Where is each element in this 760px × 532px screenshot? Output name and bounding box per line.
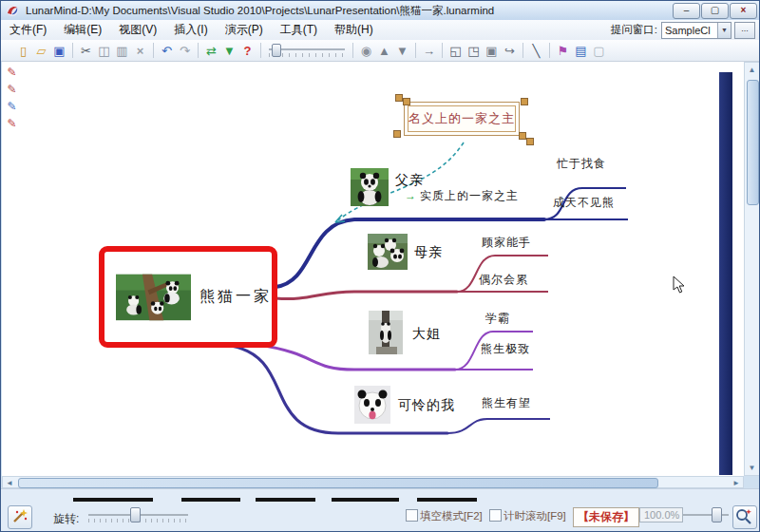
leaf-label[interactable]: 顾家能手 (482, 235, 531, 251)
menu-help[interactable]: 帮助(H) (326, 20, 382, 40)
jump-to-icon[interactable]: → (420, 42, 438, 60)
magnifier-button[interactable] (732, 505, 757, 529)
cut-icon[interactable]: ✂ (77, 42, 95, 60)
father-note[interactable]: →实质上的一家之主 (405, 188, 519, 204)
sister-panda-photo (369, 311, 403, 354)
menu-insert[interactable]: 插入(I) (165, 20, 216, 40)
new-file-icon[interactable]: ▯ (14, 42, 32, 60)
menu-edit[interactable]: 编辑(E) (55, 20, 110, 40)
selection-handle[interactable] (521, 98, 528, 105)
draw-line-icon[interactable]: ╲ (527, 42, 545, 60)
help-icon[interactable]: ? (238, 42, 256, 60)
slider-thumb[interactable] (130, 507, 141, 522)
bottom-toolbar: 旋转: 填空模式[F2] 计时滚动[F9] 【未保存】 100.0% (1, 504, 760, 532)
vertical-scroll-thumb[interactable] (747, 80, 759, 205)
scroll-right-icon[interactable]: ► (732, 479, 740, 487)
prompt-window-value: SampleCl (662, 25, 717, 36)
timed-scroll-label[interactable]: 计时滚动[F9] (504, 509, 566, 523)
selection-handle[interactable] (519, 132, 526, 140)
leaf-label[interactable]: 成天不见熊 (553, 195, 615, 211)
fill-mode-label[interactable]: 填空模式[F2] (420, 509, 483, 523)
leaf-label[interactable]: 偶尔会累 (479, 272, 528, 288)
undo-icon[interactable]: ↶ (158, 42, 176, 60)
rotate-slider[interactable] (88, 507, 188, 524)
selection-handle[interactable] (393, 130, 401, 138)
fill-shape-icon[interactable]: ▣ (483, 42, 501, 60)
toolbar-separator (153, 43, 154, 58)
rotate-label: 旋转: (53, 511, 79, 527)
father-panda-photo (351, 168, 389, 206)
branch-label-father[interactable]: 父亲 (395, 172, 424, 189)
chevron-down-icon[interactable]: ▼ (717, 23, 731, 38)
browse-more-button[interactable]: ... (734, 22, 755, 39)
toolbar-separator (415, 43, 416, 58)
panda-family-photo (116, 273, 191, 322)
toolbar-separator (72, 43, 73, 58)
open-folder-icon[interactable]: ▱ (32, 42, 50, 60)
menu-tools[interactable]: 工具(T) (272, 20, 326, 40)
horizontal-scrollbar[interactable]: ◄ ► (2, 476, 744, 488)
scroll-up-icon[interactable]: ▲ (745, 66, 759, 74)
convert-icon[interactable]: ⇄ (202, 42, 220, 60)
scroll-down-icon[interactable]: ▼ (745, 464, 759, 472)
branch-label-mother[interactable]: 母亲 (414, 244, 443, 261)
me-panda-photo (354, 386, 390, 424)
selection-handle[interactable] (526, 138, 534, 145)
branch-label-me[interactable]: 可怜的我 (398, 397, 455, 414)
filter-icon[interactable]: ▼ (220, 42, 238, 60)
horizontal-scroll-thumb[interactable] (18, 478, 658, 488)
close-button[interactable]: × (730, 3, 757, 19)
notes-panel-icon[interactable]: ▤ (572, 42, 590, 60)
prompt-window-select[interactable]: SampleCl ▼ (661, 22, 732, 39)
menu-view[interactable]: 视图(V) (110, 20, 165, 40)
bring-front-icon[interactable]: ◱ (446, 42, 465, 60)
send-back-icon[interactable]: ◳ (465, 42, 483, 60)
leaf-label[interactable]: 熊生有望 (482, 395, 531, 411)
paste-icon[interactable]: ▥ (113, 42, 131, 60)
zoom-percent-value: 100.0% (639, 507, 683, 522)
menu-file[interactable]: 文件(F) (1, 20, 55, 40)
branch-label-sister[interactable]: 大姐 (412, 326, 441, 343)
mindmap-canvas[interactable]: ✎ ✎ ✎ ✎ 名义上的一家之主 (2, 62, 744, 476)
toolbar-zoom-slider[interactable] (269, 43, 345, 58)
menu-present[interactable]: 演示(P) (217, 20, 272, 40)
leaf-label[interactable]: 熊生极致 (481, 341, 530, 357)
save-icon[interactable]: ▣ (50, 42, 68, 60)
collapse-all-icon[interactable]: ▼ (393, 42, 411, 60)
toolbar-separator (549, 43, 550, 58)
flag-icon[interactable]: ⚑ (554, 42, 572, 60)
timeline-segment (181, 498, 240, 502)
maximize-button[interactable]: ▢ (701, 3, 729, 19)
window-panel-icon[interactable]: ▢ (590, 42, 608, 60)
copy-icon[interactable]: ◫ (95, 42, 113, 60)
leaf-label[interactable]: 忙于找食 (557, 156, 606, 172)
father-note-label: 实质上的一家之主 (420, 189, 519, 202)
floating-topic-label: 名义上的一家之主 (408, 105, 516, 132)
redo-icon[interactable]: ↷ (176, 42, 194, 60)
view-zoom-slider[interactable] (683, 507, 729, 524)
fill-mode-checkbox[interactable] (406, 509, 418, 522)
selection-handle[interactable] (395, 94, 403, 102)
magic-wand-button[interactable] (8, 505, 32, 529)
prompt-window-label: 提问窗口: (611, 23, 657, 37)
slider-thumb[interactable] (272, 44, 281, 57)
delete-icon[interactable]: × (131, 42, 149, 60)
main-toolbar: ▯ ▱ ▣ ✂ ◫ ▥ × ↶ ↷ ⇄ ▼ ? ◉ ▲ ▼ → ◱ ◳ ▣ ↪ … (1, 40, 760, 62)
magnifier-icon (733, 506, 754, 526)
expand-all-icon[interactable]: ▲ (375, 42, 393, 60)
scroll-left-icon[interactable]: ◄ (6, 479, 13, 487)
minimize-button[interactable]: – (673, 3, 700, 19)
timeline-segment (332, 498, 399, 502)
timed-scroll-checkbox[interactable] (489, 509, 502, 522)
timeline-segment (417, 498, 477, 502)
curve-arrow-icon[interactable]: ↪ (501, 42, 519, 60)
selection-handle[interactable] (403, 98, 410, 105)
floating-topic-node[interactable]: 名义上的一家之主 (404, 102, 520, 136)
view-icon[interactable]: ◉ (357, 42, 375, 60)
slider-thumb[interactable] (712, 507, 722, 522)
root-topic-node[interactable]: 熊猫一家 (99, 246, 277, 348)
toolbar-separator (442, 43, 443, 58)
leaf-label[interactable]: 学霸 (485, 311, 510, 327)
root-topic-label: 熊猫一家 (200, 287, 272, 307)
vertical-scrollbar[interactable]: ▲ ▼ (744, 62, 760, 476)
